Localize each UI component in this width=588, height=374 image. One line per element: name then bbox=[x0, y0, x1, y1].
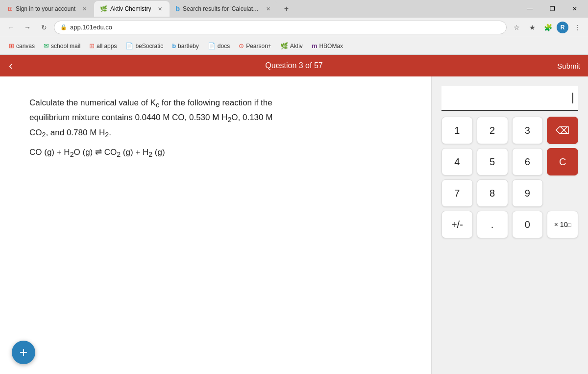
btn-clear[interactable]: C bbox=[547, 148, 578, 175]
tab-title-sign-in: Sign in to your account bbox=[16, 5, 75, 12]
btn-1[interactable]: 1 bbox=[441, 117, 473, 144]
question-counter: Question 3 of 57 bbox=[265, 61, 322, 70]
bookmark-pearson[interactable]: ⊙ Pearson+ bbox=[235, 40, 275, 51]
btn-4[interactable]: 4 bbox=[441, 148, 473, 175]
tab-close-sign-in[interactable]: ✕ bbox=[80, 5, 88, 13]
bookmark-canvas[interactable]: ⊞ canvas bbox=[5, 40, 39, 51]
address-bar: ← → ↻ 🔒 app.101edu.co ☆ ★ 🧩 R ⋮ bbox=[0, 18, 588, 37]
btn-decimal[interactable]: . bbox=[477, 211, 508, 238]
question-text: Calculate the numerical value of Kc for … bbox=[29, 96, 402, 161]
btn-8[interactable]: 8 bbox=[477, 179, 508, 207]
bookmark-docs[interactable]: 📄 docs bbox=[204, 40, 234, 51]
calculator-keypad: 1 2 3 ⌫ 4 5 6 C 7 8 9 +/- . 0 × 10□ bbox=[441, 117, 578, 238]
tab-sign-in[interactable]: ⊞ Sign in to your account ✕ bbox=[2, 1, 94, 17]
address-actions: ☆ ★ 🧩 R ⋮ bbox=[510, 21, 584, 34]
btn-0[interactable]: 0 bbox=[512, 211, 543, 238]
back-button[interactable]: ← bbox=[4, 21, 18, 34]
btn-backspace[interactable]: ⌫ bbox=[547, 117, 578, 144]
aktiv-icon: 🌿 bbox=[280, 42, 288, 50]
maximize-button[interactable]: ❐ bbox=[541, 1, 564, 17]
bartleby-icon: b bbox=[172, 42, 176, 50]
back-question-button[interactable]: ‹ bbox=[0, 55, 22, 76]
profile-icon[interactable]: R bbox=[557, 22, 568, 33]
question-line2: equilibrium mixture contains 0.0440 M CO… bbox=[29, 111, 402, 125]
btn-x10[interactable]: × 10□ bbox=[547, 211, 578, 238]
forward-button[interactable]: → bbox=[21, 21, 34, 34]
school-mail-label: school mail bbox=[51, 43, 80, 50]
docs-icon: 📄 bbox=[208, 42, 216, 50]
submit-button[interactable]: Submit bbox=[557, 62, 580, 70]
tab-close-aktiv[interactable]: ✕ bbox=[156, 5, 164, 13]
btn-empty bbox=[547, 179, 578, 207]
all-apps-icon: ⊞ bbox=[89, 42, 95, 50]
bartleby-label: bartleby bbox=[178, 43, 199, 50]
bookmark-besocratic[interactable]: 📄 beSocratic bbox=[122, 40, 167, 51]
fab-icon: + bbox=[20, 345, 27, 360]
all-apps-label: all apps bbox=[97, 43, 117, 50]
question-header: ‹ Question 3 of 57 Submit bbox=[0, 55, 588, 76]
tab-title-bartleby: Search results for 'Calculate the n bbox=[183, 5, 260, 12]
btn-3[interactable]: 3 bbox=[512, 117, 543, 144]
favicon-bartleby: b bbox=[175, 5, 180, 13]
tab-title-aktiv: Aktiv Chemistry bbox=[110, 5, 151, 12]
btn-9[interactable]: 9 bbox=[512, 179, 543, 207]
favicon-aktiv: 🌿 bbox=[100, 5, 107, 12]
back-chevron-icon: ‹ bbox=[9, 59, 13, 73]
favicon-ms: ⊞ bbox=[8, 5, 13, 12]
refresh-button[interactable]: ↻ bbox=[37, 21, 51, 34]
btn-7[interactable]: 7 bbox=[441, 179, 473, 207]
btn-5[interactable]: 5 bbox=[477, 148, 508, 175]
question-line3: CO2, and 0.780 M H2. bbox=[29, 126, 402, 141]
question-line1: Calculate the numerical value of Kc for … bbox=[29, 96, 402, 111]
bookmark-aktiv[interactable]: 🌿 Aktiv bbox=[276, 40, 307, 51]
minimize-button[interactable]: — bbox=[518, 1, 541, 17]
address-text: app.101edu.co bbox=[70, 24, 112, 31]
close-button[interactable]: ✕ bbox=[564, 1, 586, 17]
window-controls: — ❐ ✕ bbox=[518, 1, 586, 17]
calculator-display bbox=[441, 86, 578, 111]
besocratic-label: beSocratic bbox=[135, 43, 163, 50]
besocratic-icon: 📄 bbox=[125, 42, 133, 50]
tab-aktiv[interactable]: 🌿 Aktiv Chemistry ✕ bbox=[94, 1, 170, 17]
hbomax-label: HBOMax bbox=[319, 43, 343, 50]
bookmark-all-apps[interactable]: ⊞ all apps bbox=[85, 40, 121, 51]
tab-bartleby[interactable]: b Search results for 'Calculate the n ✕ bbox=[170, 1, 277, 17]
star-icon[interactable]: ★ bbox=[525, 21, 539, 34]
lock-icon: 🔒 bbox=[60, 24, 67, 30]
tab-bar: ⊞ Sign in to your account ✕ 🌿 Aktiv Chem… bbox=[0, 0, 588, 18]
btn-2[interactable]: 2 bbox=[477, 117, 508, 144]
bookmarks-bar: ⊞ canvas ✉ school mail ⊞ all apps 📄 beSo… bbox=[0, 37, 588, 55]
question-line4: CO (g) + H2O (g) ⇌ CO2 (g) + H2 (g) bbox=[29, 146, 402, 160]
canvas-icon: ⊞ bbox=[9, 42, 14, 50]
pearson-icon: ⊙ bbox=[239, 42, 244, 50]
school-mail-icon: ✉ bbox=[44, 42, 49, 50]
fab-button[interactable]: + bbox=[12, 341, 35, 364]
btn-plus-minus[interactable]: +/- bbox=[441, 211, 473, 238]
question-panel: Calculate the numerical value of Kc for … bbox=[0, 76, 431, 374]
main-content: Calculate the numerical value of Kc for … bbox=[0, 76, 588, 374]
aktiv-label: Aktiv bbox=[290, 43, 303, 50]
hbomax-icon: m bbox=[312, 42, 318, 50]
menu-icon[interactable]: ⋮ bbox=[570, 21, 584, 34]
new-tab-button[interactable]: + bbox=[279, 2, 293, 16]
cursor bbox=[572, 93, 573, 103]
docs-label: docs bbox=[218, 43, 230, 50]
tab-close-bartleby[interactable]: ✕ bbox=[265, 5, 271, 13]
pearson-label: Pearson+ bbox=[246, 43, 271, 50]
favorites-icon[interactable]: ☆ bbox=[510, 21, 523, 34]
address-field[interactable]: 🔒 app.101edu.co bbox=[54, 21, 507, 34]
bookmark-hbomax[interactable]: m HBOMax bbox=[308, 40, 347, 51]
btn-6[interactable]: 6 bbox=[512, 148, 543, 175]
calculator-panel: 1 2 3 ⌫ 4 5 6 C 7 8 9 +/- . 0 × 10□ bbox=[431, 76, 588, 374]
canvas-label: canvas bbox=[16, 43, 35, 50]
extension-icon[interactable]: 🧩 bbox=[541, 21, 555, 34]
bookmark-bartleby[interactable]: b bartleby bbox=[168, 40, 203, 51]
bookmark-school-mail[interactable]: ✉ school mail bbox=[40, 40, 84, 51]
